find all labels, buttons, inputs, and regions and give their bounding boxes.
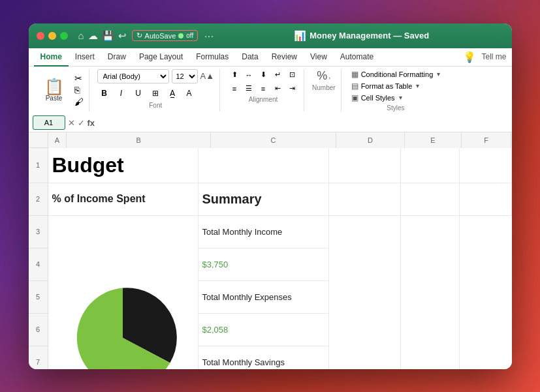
ribbon-tabs: Home Insert Draw Page Layout Formulas Da… (29, 48, 512, 67)
styles-group: ▦ Conditional Formatting ▾ ▤ Format as T… (344, 69, 448, 112)
align-left-icon[interactable]: ≡ (228, 83, 241, 95)
corner-cell (29, 132, 48, 148)
percent-format-icon[interactable]: % (317, 69, 327, 83)
pie-chart-cell: 55% (48, 216, 199, 369)
row1-col-e[interactable] (401, 148, 460, 183)
total-monthly-income-label-cell[interactable]: Total Monthly Income (199, 216, 328, 249)
row1-col-d[interactable] (329, 148, 401, 183)
total-monthly-income-value-cell[interactable]: $3,750 (199, 249, 328, 281)
file-title: Money Management — Saved (310, 31, 429, 40)
tab-automate[interactable]: Automate (334, 48, 380, 67)
font-size-select[interactable]: 12 (172, 69, 198, 83)
tab-insert[interactable]: Insert (69, 48, 101, 67)
align-bottom-icon[interactable]: ⬇ (257, 69, 270, 81)
fill-color-button[interactable]: A̲ (165, 86, 180, 100)
total-monthly-expenses-value-cell[interactable]: $2,058 (199, 314, 328, 346)
confirm-formula-icon[interactable]: ✓ (78, 118, 85, 128)
undo-icon[interactable]: ↩ (118, 30, 127, 42)
tab-draw[interactable]: Draw (101, 48, 133, 67)
tab-home[interactable]: Home (34, 48, 69, 67)
tab-page-layout[interactable]: Page Layout (133, 48, 189, 67)
tab-formulas[interactable]: Formulas (189, 48, 235, 67)
row2-col-f[interactable] (460, 183, 512, 215)
wrap-text-icon[interactable]: ↵ (271, 69, 284, 81)
spreadsheet-area: A B C D E F 1 2 3 4 5 6 7 8 9 10 11 (29, 132, 512, 369)
col-header-b: B (67, 132, 211, 148)
pie-chart (51, 273, 195, 369)
maximize-button[interactable] (60, 32, 68, 40)
income-spent-label: % of Income Spent (52, 193, 146, 205)
row2-col-e[interactable] (401, 183, 460, 215)
font-group-label: Font (149, 102, 162, 109)
col-e-empty (401, 216, 460, 369)
bold-button[interactable]: B (97, 86, 112, 100)
align-top-row: ⬆ ↔ ⬇ ↵ ⊡ (228, 69, 298, 81)
align-top-icon[interactable]: ⬆ (228, 69, 241, 81)
cell-styles-arrow: ▾ (399, 94, 402, 101)
total-monthly-expenses-label-cell[interactable]: Total Monthly Expenses (199, 281, 328, 314)
save-disk-icon[interactable]: 💾 (102, 30, 114, 42)
copy-icon[interactable]: ⎘ (74, 85, 84, 95)
cell-reference-input[interactable] (33, 115, 65, 130)
summary-title-cell[interactable]: Summary (199, 183, 329, 215)
format-as-table-arrow: ▾ (416, 82, 419, 89)
tab-data[interactable]: Data (235, 48, 264, 67)
paste-button[interactable]: 📋 Paste (39, 76, 69, 104)
underline-button[interactable]: U (131, 86, 146, 100)
minimize-button[interactable] (48, 32, 56, 40)
summary-title: Summary (202, 192, 262, 207)
borders-button[interactable]: ⊞ (148, 86, 163, 100)
font-family-select[interactable]: Arial (Body) (97, 69, 169, 83)
increase-font-icon[interactable]: A▲ (200, 71, 215, 81)
conditional-formatting-arrow: ▾ (437, 70, 440, 78)
row-6: 6 (29, 314, 48, 346)
excel-window: ⌂ ☁ 💾 ↩ ↻ AutoSave off ··· 📊 Money Manag… (29, 23, 512, 369)
tell-me-label[interactable]: Tell me (481, 52, 506, 61)
decrease-indent-icon[interactable]: ⇤ (271, 83, 284, 95)
col-f-empty (460, 216, 512, 369)
conditional-formatting-button[interactable]: ▦ Conditional Formatting ▾ (349, 69, 443, 80)
comma-format-icon[interactable]: , (328, 72, 330, 80)
formula-input[interactable] (97, 118, 507, 127)
align-right-icon[interactable]: ≡ (257, 83, 270, 95)
home-icon[interactable]: ⌂ (78, 30, 84, 41)
close-button[interactable] (37, 32, 44, 40)
row-2: 2 (29, 183, 48, 216)
alignment-section: ⬆ ↔ ⬇ ↵ ⊡ ≡ ☰ ≡ ⇤ ⇥ (228, 69, 298, 95)
increase-indent-icon[interactable]: ⇥ (285, 83, 298, 95)
align-middle-icon[interactable]: ↔ (242, 69, 255, 81)
tab-view[interactable]: View (304, 48, 334, 67)
save-cloud-icon[interactable]: ☁ (88, 30, 98, 42)
number-section: % , (317, 69, 330, 83)
font-section: Arial (Body) 12 A▲ B I U ⊞ A̲ A (97, 69, 215, 100)
file-icon: 📊 (294, 30, 306, 42)
merge-cells-icon[interactable]: ⊡ (285, 69, 298, 81)
more-options-button[interactable]: ··· (204, 31, 214, 41)
summary-data-col: Total Monthly Income $3,750 Total Monthl… (199, 216, 329, 369)
row-1: 1 (29, 148, 48, 183)
budget-title: Budget (52, 155, 124, 175)
autosave-button[interactable]: ↻ AutoSave off (132, 30, 199, 41)
row1-col-c[interactable] (199, 148, 329, 183)
total-monthly-expenses-value: $2,058 (202, 325, 229, 335)
font-color-button[interactable]: A (182, 86, 197, 100)
format-as-table-button[interactable]: ▤ Format as Table ▾ (349, 81, 443, 91)
row2-col-d[interactable] (329, 183, 401, 215)
font-group: Arial (Body) 12 A▲ B I U ⊞ A̲ A Font (92, 69, 221, 112)
budget-title-cell[interactable]: Budget (48, 148, 199, 183)
total-monthly-income-label: Total Monthly Income (202, 227, 283, 237)
insert-function-icon[interactable]: fx (87, 118, 95, 128)
align-center-icon[interactable]: ☰ (242, 83, 255, 95)
format-painter-icon[interactable]: 🖌 (74, 97, 84, 107)
ribbon-body: 📋 Paste ✂ ⎘ 🖌 Arial (Body) 12 (29, 67, 512, 114)
income-spent-cell[interactable]: % of Income Spent (48, 183, 199, 215)
italic-button[interactable]: I (114, 86, 129, 100)
format-as-table-label: Format as Table (361, 82, 413, 90)
total-monthly-savings-label-cell[interactable]: Total Monthly Savings (199, 346, 328, 369)
tab-review[interactable]: Review (265, 48, 304, 67)
col-header-e: E (405, 132, 461, 148)
cell-styles-button[interactable]: ▣ Cell Styles ▾ (349, 93, 443, 103)
row1-col-f[interactable] (460, 148, 512, 183)
cut-icon[interactable]: ✂ (74, 73, 84, 83)
cancel-formula-icon[interactable]: ✕ (68, 118, 75, 128)
